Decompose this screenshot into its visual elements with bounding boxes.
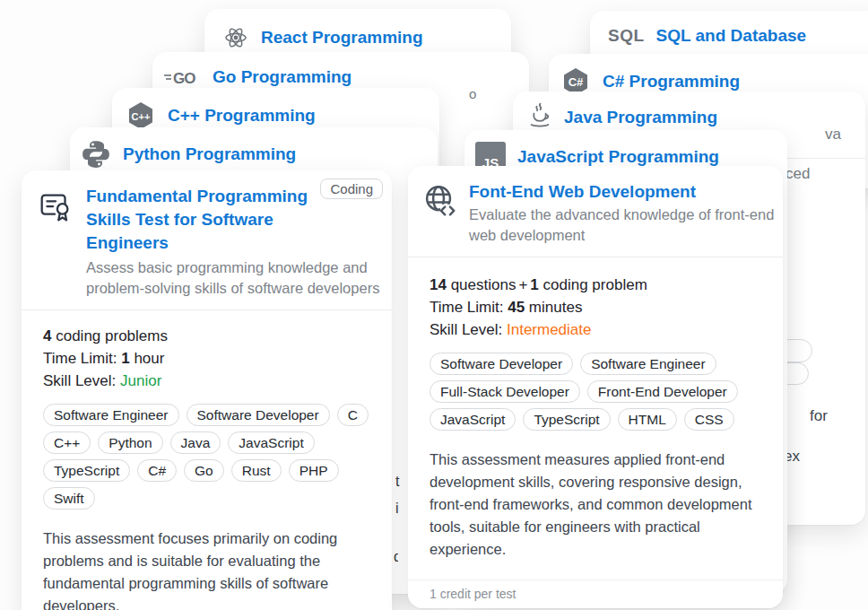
assessment-description: This assessment focuses primarily on cod… [43,527,370,610]
tag-pill: Go [184,459,224,482]
card-title: C# Programming [603,72,740,92]
assessment-cards-stack: React Programming SQL SQL and Database G… [0,0,868,610]
tag-pill: C [337,404,369,426]
clipped-text-fragment: o [469,86,476,101]
assessment-title[interactable]: Fundamental Programming Skills Test for … [86,185,317,255]
tag-pill: Rust [231,459,282,482]
java-icon [527,102,552,133]
tag-pill: Full-Stack Developer [430,380,580,403]
card-title: SQL and Database [656,26,807,46]
question-count: 14 questions + 1 coding problem [430,274,761,296]
skill-level-value: Junior [120,372,161,389]
tag-pill: PHP [289,459,339,482]
csharp-icon-label: C# [569,75,584,89]
card-title: Java Programming [564,108,717,127]
tag-pill: JavaScript [228,431,314,454]
tag-pill: C++ [43,431,91,454]
cpp-icon: C++ [126,100,156,131]
tag-pill: TypeScript [43,459,130,482]
react-icon [222,24,249,51]
frontend-body: 14 questions + 1 coding problem Time Lim… [408,257,783,561]
go-icon-label: GO [173,70,195,87]
clipped-text-fragment: ced [786,165,810,183]
clipped-text-fragment: for [810,407,828,425]
tag-pill: Software Developer [187,404,330,426]
credit-footer: 1 credit per test [408,580,783,608]
coding-badge: Coding [320,179,383,199]
card-title: C++ Programming [168,106,316,126]
skill-level: Skill Level: Junior [43,370,370,392]
cpp-icon-label: C++ [132,111,151,122]
tag-pill: Front-End Developer [587,380,738,403]
tag-list: Software EngineerSoftware DeveloperCC++P… [43,404,370,510]
clipped-text-fragment: t [395,474,400,490]
skill-level-value: Intermediate [507,321,592,338]
fundamental-header: Fundamental Programming Skills Test for … [22,170,392,310]
card-title: JavaScript Programming [517,147,719,167]
tag-pill: Java [170,431,221,454]
tag-pill: JavaScript [430,408,516,431]
assessment-description: This assessment measures applied front-e… [430,449,761,561]
card-title: Python Programming [123,144,296,164]
time-limit: Time Limit: 45 minutes [430,296,761,318]
card-title: React Programming [261,28,423,48]
tag-pill: Software Engineer [580,353,716,375]
tag-pill: Swift [43,487,95,510]
tag-pill: C# [137,459,177,482]
certificate-icon [36,187,75,299]
card-front-end-web-development[interactable]: Font-End Web Development Evaluate the ad… [408,166,783,608]
tag-pill: Software Developer [430,353,573,375]
go-icon: GO [163,67,201,87]
tag-pill: HTML [618,408,677,431]
python-icon [81,139,111,170]
assessment-title[interactable]: Font-End Web Development [469,180,776,204]
tag-list: Software DeveloperSoftware EngineerFull-… [430,353,761,431]
tag-pill: Python [98,431,162,454]
skill-level: Skill Level: Intermediate [430,318,761,341]
sql-icon: SQL [608,26,645,46]
clipped-text-fragment: va [825,126,841,144]
frontend-header: Font-End Web Development Evaluate the ad… [408,166,783,257]
tag-pill: Software Engineer [43,404,179,426]
card-fundamental-skills-test[interactable]: Fundamental Programming Skills Test for … [22,170,392,610]
assessment-subtitle: Assess basic programming knowledge and p… [86,257,385,299]
fundamental-body: 4 coding problems Time Limit: 1 hour Ski… [22,310,392,610]
clipped-text-fragment: d [394,549,398,565]
clipped-text-fragment: i [395,501,400,517]
tag-pill: CSS [684,408,734,431]
tag-pill: TypeScript [523,408,610,431]
globe-code-icon [421,181,458,246]
time-limit: Time Limit: 1 hour [43,347,370,370]
question-count: 4 coding problems [43,325,370,347]
assessment-subtitle: Evaluate the advanced knowledge of front… [469,205,776,246]
card-title: Go Programming [213,67,352,87]
